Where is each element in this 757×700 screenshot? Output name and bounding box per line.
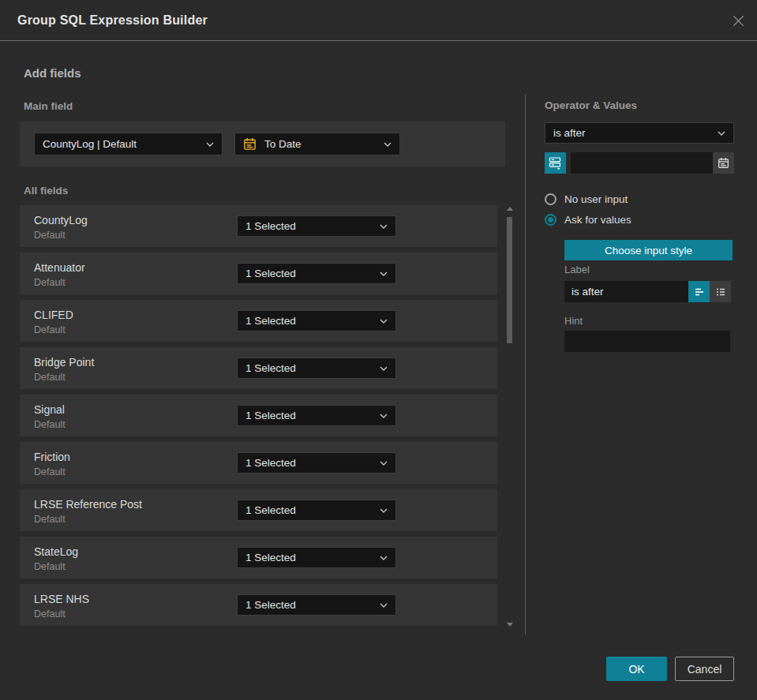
field-selection-dropdown[interactable]: 1 Selected <box>237 500 396 521</box>
field-subtitle: Default <box>34 466 66 477</box>
field-name: Attenuator <box>34 261 85 274</box>
value-input[interactable] <box>571 152 713 174</box>
chevron-down-icon <box>380 556 388 560</box>
main-field-panel: CountyLog | Default To Date <box>20 122 505 167</box>
stacked-values-icon <box>549 156 562 170</box>
add-fields-heading: Add fields <box>24 66 81 80</box>
operator-dropdown[interactable]: is after <box>545 122 734 144</box>
radio-checked-icon <box>545 214 557 226</box>
radio-ask-for-values[interactable]: Ask for values <box>545 214 631 226</box>
field-selection-value: 1 Selected <box>245 362 296 374</box>
chevron-down-icon <box>380 461 388 466</box>
field-name: Signal <box>34 403 65 416</box>
value-row <box>545 152 734 174</box>
field-name: CountyLog <box>34 214 88 226</box>
main-date-dropdown-value: To Date <box>264 138 302 150</box>
field-row: Signal Default 1 Selected <box>20 395 497 436</box>
all-fields-label: All fields <box>24 185 68 197</box>
hint-heading: Hint <box>564 315 583 327</box>
operator-values-heading: Operator & Values <box>545 99 637 111</box>
dialog-title: Group SQL Expression Builder <box>17 13 208 28</box>
list-style-button[interactable] <box>710 281 731 302</box>
radio-no-user-input-label: No user input <box>564 193 628 205</box>
field-selection-value: 1 Selected <box>245 504 296 516</box>
list-scrollbar <box>506 205 513 628</box>
field-name: CLIFED <box>34 309 73 321</box>
chevron-down-icon <box>380 224 388 229</box>
calendar-icon <box>243 137 257 151</box>
radio-unchecked-icon <box>545 193 557 205</box>
field-selection-dropdown[interactable]: 1 Selected <box>237 263 396 284</box>
field-name: StateLog <box>34 545 78 558</box>
chevron-down-icon <box>380 271 388 276</box>
field-name: Bridge Point <box>34 356 94 369</box>
radio-ask-for-values-label: Ask for values <box>564 214 631 226</box>
field-selection-value: 1 Selected <box>245 457 296 469</box>
main-field-dropdown[interactable]: CountyLog | Default <box>34 133 223 155</box>
label-input[interactable] <box>564 281 688 302</box>
field-name: LRSE Reference Post <box>34 498 142 511</box>
hint-input[interactable] <box>564 331 730 352</box>
field-subtitle: Default <box>34 324 66 335</box>
field-selection-dropdown[interactable]: 1 Selected <box>237 405 396 426</box>
field-row: Friction Default 1 Selected <box>20 442 497 484</box>
label-row <box>564 281 731 302</box>
chevron-down-icon <box>380 319 388 324</box>
field-row: LRSE Reference Post Default 1 Selected <box>20 489 497 531</box>
group-sql-expression-builder-dialog: Group SQL Expression Builder Add fields … <box>0 0 757 700</box>
chevron-down-icon <box>380 508 388 513</box>
field-row: StateLog Default 1 Selected <box>20 537 497 578</box>
label-heading: Label <box>564 264 590 275</box>
close-icon <box>732 14 745 28</box>
main-field-dropdown-value: CountyLog | Default <box>43 138 137 150</box>
close-button[interactable] <box>730 13 746 28</box>
choose-input-style-button[interactable]: Choose input style <box>564 240 733 260</box>
list-icon <box>714 286 727 298</box>
field-subtitle: Default <box>34 230 66 241</box>
field-name: Friction <box>34 451 70 463</box>
unique-values-button[interactable] <box>545 152 566 174</box>
align-left-icon <box>693 286 706 298</box>
cancel-button[interactable]: Cancel <box>675 657 734 681</box>
main-field-label: Main field <box>24 100 73 112</box>
field-subtitle: Default <box>34 419 66 430</box>
chevron-down-icon <box>384 142 392 147</box>
field-selection-dropdown[interactable]: 1 Selected <box>237 594 396 616</box>
field-selection-value: 1 Selected <box>245 315 296 327</box>
field-row: Bridge Point Default 1 Selected <box>20 347 497 389</box>
field-subtitle: Default <box>34 514 66 525</box>
vertical-divider <box>525 95 526 634</box>
field-row: Attenuator Default 1 Selected <box>20 253 497 294</box>
radio-no-user-input[interactable]: No user input <box>545 193 628 205</box>
main-date-dropdown[interactable]: To Date <box>234 133 400 155</box>
scrollbar-thumb[interactable] <box>507 217 512 343</box>
chevron-down-icon <box>380 603 388 608</box>
chevron-down-icon <box>718 131 725 136</box>
chevron-down-icon <box>206 142 214 147</box>
field-subtitle: Default <box>34 277 66 288</box>
calendar-icon <box>718 157 729 169</box>
textbox-style-button[interactable] <box>688 281 710 302</box>
titlebar: Group SQL Expression Builder <box>0 0 757 41</box>
field-selection-value: 1 Selected <box>245 599 296 611</box>
field-selection-dropdown[interactable]: 1 Selected <box>237 357 396 379</box>
field-selection-value: 1 Selected <box>245 220 296 232</box>
all-fields-list: CountyLog Default 1 Selected Attenuator … <box>20 205 497 631</box>
chevron-down-icon <box>380 414 388 418</box>
chevron-down-icon <box>380 366 388 371</box>
field-selection-dropdown[interactable]: 1 Selected <box>237 310 396 331</box>
field-row: LRSE NHS Default 1 Selected <box>20 584 497 626</box>
field-selection-value: 1 Selected <box>245 410 296 421</box>
date-picker-button[interactable] <box>713 152 734 174</box>
scroll-up-arrow[interactable] <box>507 207 513 211</box>
field-subtitle: Default <box>34 561 66 572</box>
field-selection-value: 1 Selected <box>245 268 296 279</box>
ok-button[interactable]: OK <box>606 657 667 681</box>
field-row: CLIFED Default 1 Selected <box>20 300 497 342</box>
field-subtitle: Default <box>34 372 66 383</box>
field-selection-value: 1 Selected <box>245 552 296 563</box>
field-selection-dropdown[interactable]: 1 Selected <box>237 215 396 237</box>
field-selection-dropdown[interactable]: 1 Selected <box>237 547 396 568</box>
scroll-down-arrow[interactable] <box>507 623 513 627</box>
field-selection-dropdown[interactable]: 1 Selected <box>237 452 396 474</box>
